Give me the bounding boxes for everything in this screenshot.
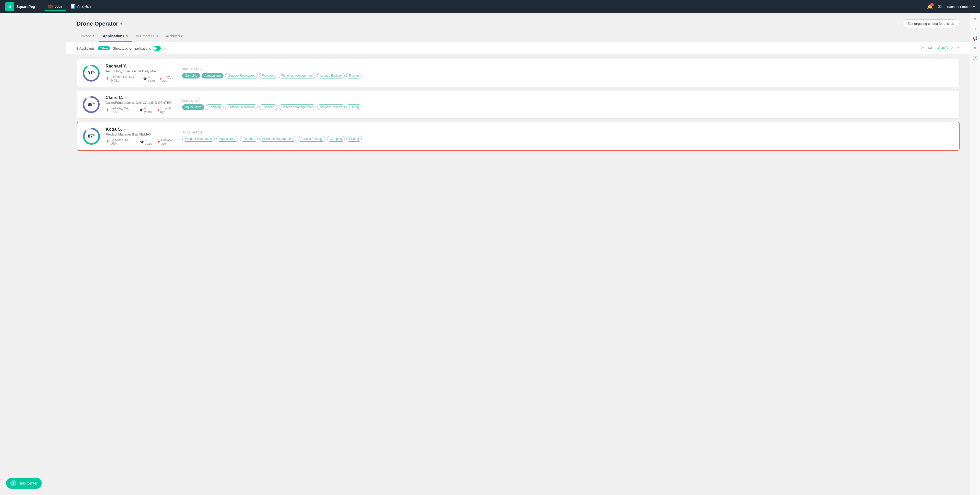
experience-icon: 🎓 — [139, 109, 143, 112]
notification-badge — [930, 3, 934, 6]
show-other-applications: Show 1 other applications ⓘ — [113, 46, 165, 51]
experience-meta: 🎓 4 years — [139, 107, 154, 114]
notifications-bell[interactable]: 🔔 — [927, 4, 933, 10]
applicant-name: Claire C. ☆ — [105, 95, 177, 100]
activity-dot — [158, 141, 160, 143]
applicants-count: 3 Applicants — [76, 46, 94, 50]
broadcast-icon[interactable]: 📢 — [973, 36, 978, 41]
tab-archived[interactable]: Archived 0 — [162, 32, 187, 42]
applicant-card[interactable]: 88% Claire C. ☆ Caller/Fundraiser at CAL… — [76, 90, 959, 119]
skill-tag: Fisheries Management — [259, 136, 296, 142]
favorite-star[interactable]: ☆ — [129, 64, 132, 68]
tab-inprogress[interactable]: In-Progress 0 — [132, 32, 162, 42]
applicant-name-text: Koda S. — [106, 127, 122, 132]
activity-dot — [160, 78, 161, 80]
tab-applications-label: Applications — [103, 34, 124, 38]
skills-area: SKILL MATCH Camping Aquaculture Outdoor … — [182, 68, 954, 78]
skill-tags: Outdoor Recreation Aquaculture Fisheries… — [182, 136, 954, 142]
applicant-meta: 📍 Shawnee, KS, USA 🎓 3 years 1 day(s) ag… — [106, 138, 177, 145]
favorite-star[interactable]: ☆ — [123, 127, 127, 131]
skill-tag: Fisheries Management — [279, 73, 315, 78]
tag-icon: 🏷 — [921, 46, 924, 50]
menu-icon[interactable]: ≡ — [957, 46, 959, 51]
skill-tags: Camping Aquaculture Outdoor Recreation F… — [182, 73, 954, 78]
show-other-toggle[interactable] — [153, 46, 161, 51]
top-navigation: S SquarePeg 💼 Jobs 📊 Analytics 🔔 ✉ Racha… — [0, 0, 980, 13]
skill-tag: Aquatic Ecology — [298, 136, 326, 142]
applicant-name: Koda S. ☆ — [106, 127, 177, 132]
job-dropdown-icon[interactable]: ▾ — [120, 22, 122, 26]
brand-name: SquarePeg — [16, 5, 35, 9]
location-icon: 📍 — [105, 77, 109, 81]
applicant-name-text: Claire C. — [105, 95, 123, 100]
applicant-card[interactable]: 87% Koda S. ☆ Product Manager II at RE/M… — [76, 122, 959, 151]
location-meta: 📍 Shawnee, KS, USA — [106, 138, 137, 145]
info-sidebar-icon[interactable]: ℹ — [974, 26, 976, 31]
nav-analytics-label: Analytics — [77, 4, 91, 8]
skill-tag: Fishing — [347, 136, 362, 142]
time-text: 1 day(s) ago — [161, 138, 177, 145]
nav-analytics[interactable]: 📊 Analytics — [67, 2, 95, 11]
skill-tag: Outdoor Recreation — [225, 104, 258, 110]
time-meta: 1 day(s) ago — [158, 107, 177, 114]
skill-tag: Camping — [206, 104, 224, 110]
time-meta: 1 day(s) ago — [160, 75, 177, 82]
skills-area: SKILL MATCH Outdoor Recreation Aquacultu… — [182, 131, 954, 142]
activity-dot — [158, 109, 159, 111]
filter-sidebar-icon[interactable]: ▼ — [973, 46, 977, 51]
edit-targeting-button[interactable]: Edit targeting criteria for this job — [902, 19, 959, 28]
help-center-label: Help Center — [18, 481, 38, 485]
right-sidebar: « ℹ 📢 ▼ 🕐 — [970, 13, 980, 495]
star-filter-icon[interactable]: ☆ — [951, 46, 954, 51]
messages-icon[interactable]: ✉ — [938, 4, 942, 10]
skill-tag: Fisheries — [259, 104, 277, 110]
tags-label: TAGS: — [928, 46, 936, 50]
applicant-name-text: Rachael Y. — [105, 64, 127, 69]
nav-jobs-label: Jobs — [55, 4, 62, 8]
experience-text: 3 years — [148, 75, 156, 82]
skill-tag: Fisheries — [240, 136, 258, 142]
tab-inprogress-count: 0 — [156, 34, 158, 38]
experience-icon: 🎓 — [140, 140, 144, 144]
skill-tag: Aquaculture — [202, 73, 224, 78]
skill-tag: Fisheries — [259, 73, 277, 78]
user-menu[interactable]: Rachael Stauffer ▾ — [947, 5, 975, 9]
tab-archived-count: 0 — [181, 34, 183, 38]
location-text: Berkeley, CA, USA — [110, 107, 136, 114]
location-text: Shawnee, KS, USA — [111, 138, 137, 145]
score-value: 87% — [88, 134, 95, 139]
jobs-icon: 💼 — [48, 4, 53, 9]
applicant-role: Product Manager II at RE/MAX — [106, 133, 177, 136]
analytics-icon: 📊 — [70, 4, 76, 9]
applicant-meta: 📍 Pleasant Hill, MO 6408... 🎓 3 years 1 … — [105, 75, 177, 82]
tab-applications[interactable]: Applications 3 — [99, 32, 132, 42]
tabs-bar: Invited 1 Applications 3 In-Progress 0 A… — [67, 28, 970, 42]
tag-all[interactable]: All — [939, 46, 947, 51]
favorite-star[interactable]: ☆ — [125, 96, 128, 100]
experience-text: 4 years — [144, 107, 154, 114]
experience-meta: 🎓 3 years — [143, 75, 156, 82]
page-header: Drone Operator ▾ Edit targeting criteria… — [67, 13, 970, 28]
skill-tags: Aquaculture Camping Outdoor Recreation F… — [182, 104, 954, 110]
history-icon[interactable]: 🕐 — [973, 56, 978, 61]
filter-bar: 3 Applicants 0 New Show 1 other applicat… — [67, 42, 970, 55]
skill-tag: Camping — [327, 136, 345, 142]
score-circle: 88% — [82, 95, 100, 114]
skill-match-label: SKILL MATCH — [182, 99, 954, 102]
user-dropdown-icon: ▾ — [973, 5, 975, 9]
tab-invited[interactable]: Invited 1 — [76, 32, 99, 42]
applicant-card[interactable]: 91% Rachael Y. ☆ Technology Specialist a… — [76, 59, 959, 87]
location-icon: 📍 — [105, 109, 109, 112]
nav-jobs[interactable]: 💼 Jobs — [45, 2, 66, 11]
applicant-meta: 📍 Berkeley, CA, USA 🎓 4 years 1 day(s) a… — [105, 107, 177, 114]
collapse-icon[interactable]: « — [974, 16, 976, 21]
applicant-role: Technology Specialist at Daily Mail — [105, 69, 177, 73]
skill-tag: Aquaculture — [182, 104, 204, 110]
job-title: Drone Operator — [76, 21, 118, 27]
show-other-info-icon[interactable]: ⓘ — [162, 46, 165, 51]
applicant-name: Rachael Y. ☆ — [105, 64, 177, 69]
help-icon: ? — [10, 480, 16, 486]
applicant-role: Caller/Fundraiser at CAL CALLING CENTER — [105, 101, 177, 105]
new-badge: 0 New — [98, 46, 110, 50]
help-center-button[interactable]: ? Help Center — [6, 477, 41, 489]
